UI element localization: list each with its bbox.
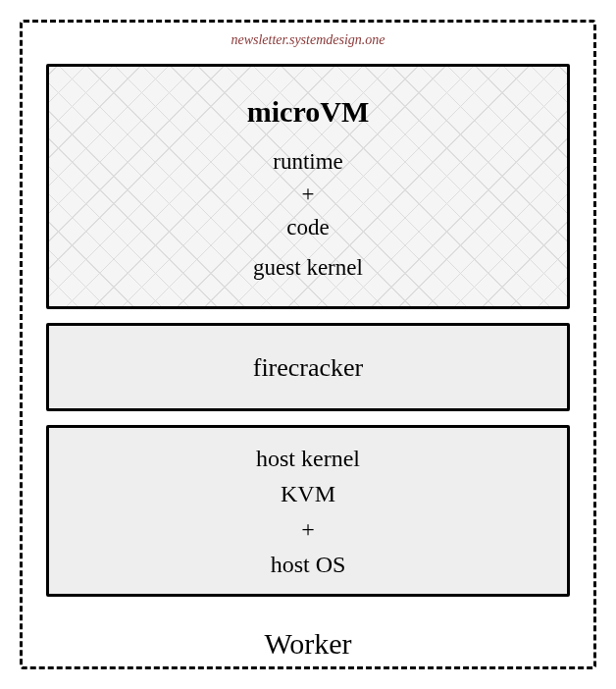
host-plus-symbol: + (301, 511, 315, 547)
host-box: host kernel KVM + host OS (46, 425, 570, 597)
microvm-content: runtime + code guest kernel (253, 145, 363, 284)
host-kernel-label: host kernel (256, 441, 360, 476)
host-kvm-label: KVM (281, 476, 335, 511)
microvm-guest-kernel-label: guest kernel (253, 251, 363, 284)
microvm-plus-symbol: + (253, 178, 363, 210)
host-os-label: host OS (271, 547, 346, 582)
worker-container: newsletter.systemdesign.one microVM runt… (20, 20, 596, 669)
microvm-title: microVM (247, 89, 369, 133)
microvm-box: microVM runtime + code guest kernel (46, 64, 570, 309)
attribution-text: newsletter.systemdesign.one (46, 32, 570, 48)
worker-label: Worker (23, 627, 593, 661)
microvm-runtime-label: runtime (253, 145, 363, 178)
firecracker-label: firecracker (253, 348, 364, 387)
microvm-code-label: code (253, 211, 363, 243)
firecracker-box: firecracker (46, 323, 570, 411)
